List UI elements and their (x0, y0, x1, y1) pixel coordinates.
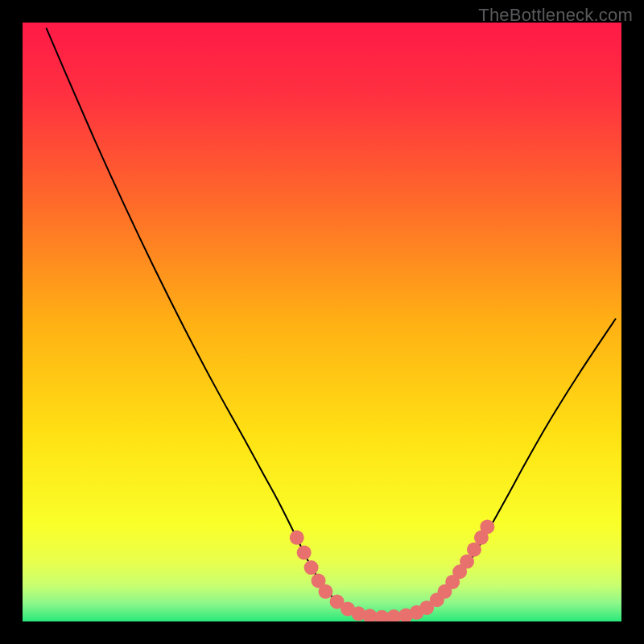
watermark-text: TheBottleneck.com (478, 5, 633, 26)
curve-marker (480, 519, 494, 534)
gradient-background (23, 23, 621, 621)
curve-marker (318, 584, 332, 599)
curve-marker (297, 545, 312, 559)
chart-frame: TheBottleneck.com (0, 0, 644, 644)
curve-marker (304, 560, 319, 575)
plot-area (23, 23, 621, 621)
chart-svg (23, 23, 621, 621)
curve-marker (290, 530, 304, 545)
